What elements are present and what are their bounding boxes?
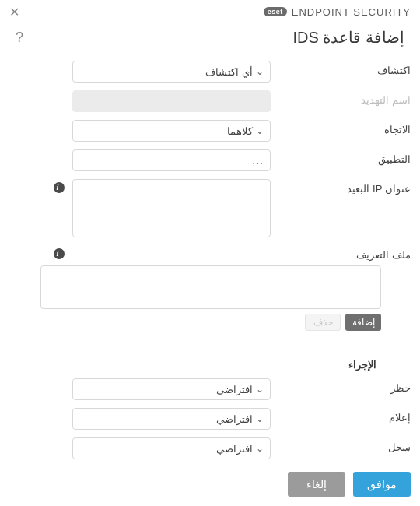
remote-ip-input[interactable] xyxy=(72,179,271,237)
notify-value: افتراضي xyxy=(79,413,256,425)
label-remote-ip: عنوان IP البعيد xyxy=(271,179,411,195)
brand: eset ENDPOINT SECURITY xyxy=(264,6,411,18)
footer: إلغاء موافق xyxy=(0,464,420,506)
label-direction: الاتجاه xyxy=(271,120,411,135)
chevron-down-icon: ⌄ xyxy=(256,384,264,395)
title-bar: ✕ eset ENDPOINT SECURITY xyxy=(0,0,420,23)
page-title: إضافة قاعدة IDS xyxy=(293,28,404,47)
label-detection: اكتشاف xyxy=(271,61,411,76)
detection-select[interactable]: ⌄ أي اكتشاف xyxy=(72,61,271,83)
label-block: حظر xyxy=(271,378,411,394)
log-value: افتراضي xyxy=(79,443,256,455)
direction-select[interactable]: ⌄ كلاهما xyxy=(72,120,271,142)
label-log: سجل xyxy=(271,437,411,453)
chevron-down-icon: ⌄ xyxy=(256,443,264,454)
label-threat-name: اسم التهديد xyxy=(271,90,411,106)
ellipsis-icon: ... xyxy=(252,154,264,167)
brand-badge: eset xyxy=(264,7,287,16)
info-icon[interactable]: i xyxy=(54,182,65,193)
label-notify: إعلام xyxy=(271,408,411,423)
detection-value: أي اكتشاف xyxy=(79,66,256,78)
section-action: الإجراء xyxy=(11,359,381,371)
ok-button[interactable]: موافق xyxy=(353,472,411,497)
direction-value: كلاهما xyxy=(79,125,256,137)
block-select[interactable]: ⌄ افتراضي xyxy=(72,378,271,400)
label-application: التطبيق xyxy=(271,149,411,165)
help-icon[interactable]: ? xyxy=(16,30,23,46)
block-value: افتراضي xyxy=(79,384,256,395)
notify-select[interactable]: ⌄ افتراضي xyxy=(72,408,271,430)
delete-button: حذف xyxy=(305,314,341,331)
threat-name-field xyxy=(72,90,271,112)
info-icon[interactable]: i xyxy=(54,248,65,259)
label-profile: ملف التعريف xyxy=(271,245,411,261)
profile-list[interactable] xyxy=(40,265,381,309)
chevron-down-icon: ⌄ xyxy=(256,66,264,77)
chevron-down-icon: ⌄ xyxy=(256,413,264,424)
brand-name: ENDPOINT SECURITY xyxy=(292,6,411,18)
add-button[interactable]: إضافة xyxy=(345,314,381,331)
application-browse[interactable]: ... xyxy=(72,149,271,171)
cancel-button[interactable]: إلغاء xyxy=(288,472,345,497)
title-row: إضافة قاعدة IDS ? xyxy=(0,23,420,47)
form: اكتشاف ⌄ أي اكتشاف اسم التهديد الاتجاه ⌄… xyxy=(0,47,420,459)
close-icon[interactable]: ✕ xyxy=(9,5,19,19)
chevron-down-icon: ⌄ xyxy=(256,125,264,136)
log-select[interactable]: ⌄ افتراضي xyxy=(72,437,271,459)
